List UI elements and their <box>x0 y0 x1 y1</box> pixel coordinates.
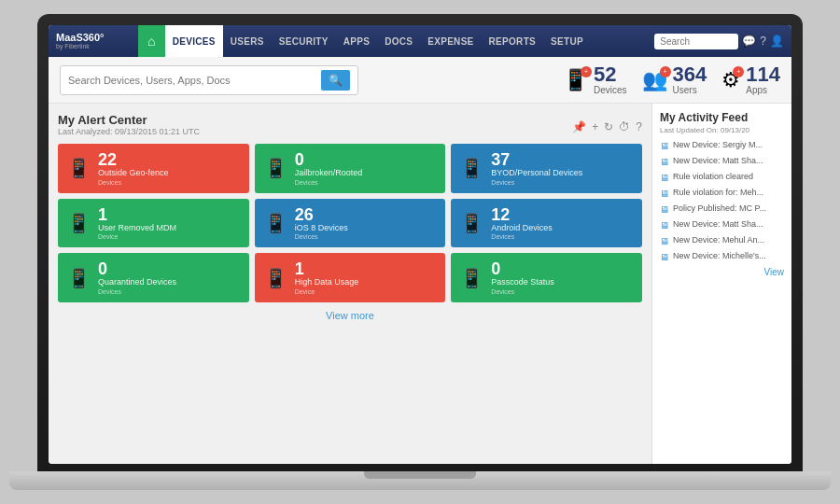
alert-card[interactable]: 📱 1 User Removed MDM Device <box>58 199 249 248</box>
search-button[interactable]: 🔍 <box>321 70 350 91</box>
card-device-icon: 📱 <box>264 212 287 234</box>
card-info: 1 User Removed MDM Device <box>98 206 176 241</box>
user-icon[interactable]: 👤 <box>770 35 784 48</box>
nav-item-setup[interactable]: SETUP <box>543 25 591 57</box>
alert-card[interactable]: 📱 0 Quarantined Devices Devices <box>58 253 249 302</box>
main-search-box: 🔍 <box>60 65 358 95</box>
feed-item-text: New Device: Mehul An... <box>673 235 764 246</box>
alert-center: My Alert Center Last Analyzed: 09/13/201… <box>49 104 651 464</box>
alert-card[interactable]: 📱 0 Jailbroken/Rooted Devices <box>255 144 446 193</box>
card-label: User Removed MDM <box>98 223 176 234</box>
feed-item[interactable]: 🖥 New Device: Matt Sha... <box>660 156 784 167</box>
nav-item-apps[interactable]: APPS <box>336 25 377 57</box>
feed-title: My Activity Feed <box>660 111 784 124</box>
card-device-icon: 📱 <box>264 267 287 289</box>
card-sublabel: Devices <box>295 233 348 240</box>
card-number: 22 <box>98 151 169 168</box>
main-content: My Alert Center Last Analyzed: 09/13/201… <box>49 104 791 464</box>
card-number: 0 <box>98 260 176 277</box>
stat-users[interactable]: 👥 + 364 Users <box>642 64 707 95</box>
nav-item-security[interactable]: SECURITY <box>272 25 336 57</box>
feed-item-icon: 🖥 <box>660 173 669 183</box>
alert-card[interactable]: 📱 26 iOS 8 Devices Devices <box>255 199 446 248</box>
card-info: 0 Quarantined Devices Devices <box>98 260 176 295</box>
alert-title: My Alert Center <box>58 113 200 127</box>
card-device-icon: 📱 <box>460 212 483 234</box>
card-info: 37 BYOD/Personal Devices Devices <box>491 151 582 186</box>
alert-card[interactable]: 📱 12 Android Devices Devices <box>451 199 642 248</box>
card-info: 1 High Data Usage Device <box>295 260 359 295</box>
pin-icon[interactable]: 📌 <box>572 120 586 133</box>
card-label: iOS 8 Devices <box>295 223 348 234</box>
laptop-screen: MaaS360° by Fiberlink ⌂ DEVICES USERS SE… <box>49 25 791 464</box>
feed-item-icon: 🖥 <box>660 157 669 167</box>
nav-item-expense[interactable]: EXPENSE <box>420 25 481 57</box>
nav-item-devices[interactable]: DEVICES <box>165 25 223 57</box>
feed-view-more[interactable]: View <box>660 267 784 277</box>
alert-card[interactable]: 📱 1 High Data Usage Device <box>255 253 446 302</box>
question-icon[interactable]: ? <box>636 120 642 133</box>
alert-card[interactable]: 📱 37 BYOD/Personal Devices Devices <box>451 144 642 193</box>
refresh-icon[interactable]: ↻ <box>604 120 613 133</box>
card-label: Android Devices <box>491 223 553 234</box>
feed-item-text: New Device: Michelle's... <box>673 251 766 262</box>
laptop-base <box>9 471 831 490</box>
nav-item-users[interactable]: USERS <box>223 25 272 57</box>
card-info: 12 Android Devices Devices <box>491 206 553 241</box>
feed-item-icon: 🖥 <box>660 220 669 231</box>
chat-icon[interactable]: 💬 <box>742 35 756 48</box>
alert-icons: 📌 + ↻ ⏱ ? <box>572 120 642 133</box>
card-device-icon: 📱 <box>67 157 91 179</box>
feed-item[interactable]: 🖥 New Device: Mehul An... <box>660 235 784 246</box>
users-label: Users <box>673 85 707 95</box>
card-device-icon: 📱 <box>67 212 91 234</box>
feed-item[interactable]: 🖥 Rule violation for: Meh... <box>660 188 784 199</box>
card-number: 26 <box>295 206 348 223</box>
laptop-frame: MaaS360° by Fiberlink ⌂ DEVICES USERS SE… <box>37 14 803 471</box>
feed-item-text: New Device: Matt Sha... <box>673 156 763 167</box>
apps-count: 114 <box>746 64 780 85</box>
users-badge: + <box>660 66 671 77</box>
feed-item[interactable]: 🖥 Policy Published: MC P... <box>660 203 784 215</box>
stat-devices[interactable]: 📱 + 52 Devices <box>563 64 627 95</box>
feed-item-icon: 🖥 <box>660 204 669 215</box>
card-info: 22 Outside Geo-fence Devices <box>98 151 169 186</box>
alert-card[interactable]: 📱 22 Outside Geo-fence Devices <box>58 144 249 193</box>
add-icon[interactable]: + <box>592 120 598 133</box>
feed-items: 🖥 New Device: Sergiy M... 🖥 New Device: … <box>660 140 784 262</box>
apps-label: Apps <box>746 85 780 95</box>
card-sublabel: Devices <box>491 179 582 186</box>
stat-apps[interactable]: ⚙ + 114 Apps <box>721 64 780 95</box>
main-search-input[interactable] <box>68 75 321 86</box>
card-sublabel: Devices <box>98 288 176 295</box>
feed-item[interactable]: 🖥 New Device: Sergiy M... <box>660 140 784 151</box>
activity-feed: My Activity Feed Last Updated On: 09/13/… <box>651 104 791 464</box>
card-info: 0 Passcode Status Devices <box>491 260 554 295</box>
card-label: Passcode Status <box>491 277 554 288</box>
alert-card[interactable]: 📱 0 Passcode Status Devices <box>451 253 642 302</box>
feed-item[interactable]: 🖥 New Device: Michelle's... <box>660 251 784 262</box>
cards-grid: 📱 22 Outside Geo-fence Devices 📱 0 Jailb… <box>58 144 642 302</box>
feed-item[interactable]: 🖥 New Device: Matt Sha... <box>660 219 784 231</box>
card-sublabel: Devices <box>295 179 363 186</box>
nav-item-home[interactable]: ⌂ <box>138 25 165 57</box>
card-number: 1 <box>98 206 176 223</box>
nav-right: 💬 ? 👤 <box>654 34 784 49</box>
help-icon[interactable]: ? <box>760 35 766 48</box>
clock-icon[interactable]: ⏱ <box>619 120 630 133</box>
card-number: 37 <box>491 151 582 168</box>
feed-item[interactable]: 🖥 Rule violation cleared <box>660 172 784 183</box>
nav-item-docs[interactable]: DOCS <box>377 25 420 57</box>
nav-item-reports[interactable]: REPORTS <box>482 25 543 57</box>
view-more-button[interactable]: View more <box>58 310 642 321</box>
logo-sub: by Fiberlink <box>56 43 105 49</box>
card-number: 12 <box>491 206 553 223</box>
feed-item-text: Rule violation for: Meh... <box>673 188 763 199</box>
nav-items: ⌂ DEVICES USERS SECURITY APPS DOCS EXPEN… <box>138 25 654 57</box>
card-device-icon: 📱 <box>67 267 91 289</box>
alert-sub: Last Analyzed: 09/13/2015 01:21 UTC <box>58 127 200 136</box>
devices-label: Devices <box>594 85 627 95</box>
card-sublabel: Device <box>295 288 359 295</box>
card-sublabel: Devices <box>98 179 169 186</box>
nav-search-input[interactable] <box>654 34 738 49</box>
